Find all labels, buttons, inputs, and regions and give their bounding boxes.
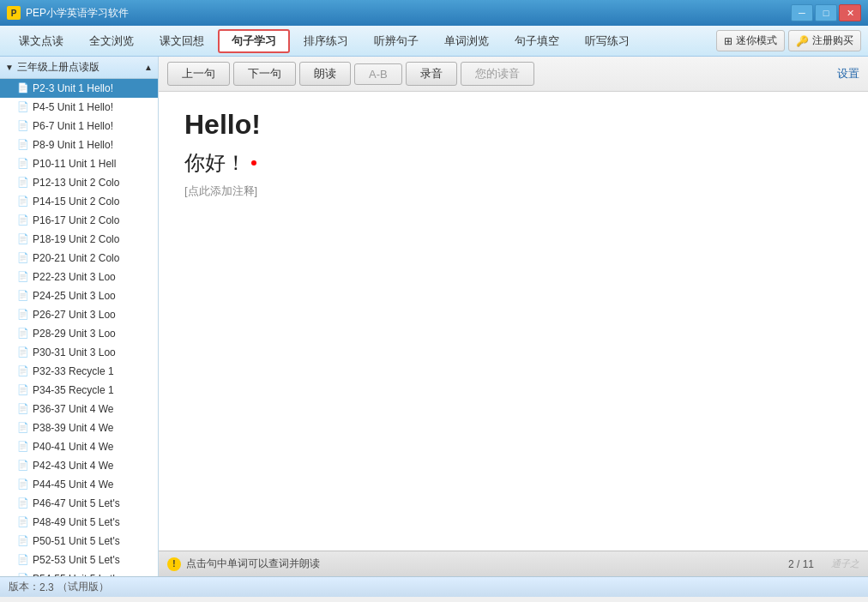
- sidebar-scroll-up[interactable]: ▲: [144, 63, 153, 72]
- sidebar-item-1[interactable]: 📄P4-5 Unit 1 Hello!: [0, 98, 158, 117]
- menu-lesson-click[interactable]: 课文点读: [7, 29, 75, 53]
- sidebar-item-label: P40-41 Unit 4 We: [33, 441, 114, 453]
- sidebar-item-24[interactable]: 📄P50-51 Unit 5 Let's: [0, 532, 158, 551]
- doc-icon: 📄: [17, 422, 29, 434]
- sidebar-item-11[interactable]: 📄P24-25 Unit 3 Loo: [0, 286, 158, 305]
- sidebar-item-0[interactable]: 📄P2-3 Unit 1 Hello!: [0, 79, 158, 98]
- sidebar-item-label: P16-17 Unit 2 Colo: [33, 214, 119, 226]
- version-label: 版本：: [9, 580, 39, 594]
- tip-icon: !: [167, 557, 181, 571]
- doc-icon: 📄: [17, 271, 29, 283]
- register-icon: 🔑: [796, 35, 809, 47]
- sidebar-tree: 📄P2-3 Unit 1 Hello!📄P4-5 Unit 1 Hello!📄P…: [0, 79, 158, 576]
- doc-icon: 📄: [17, 328, 29, 340]
- read-aloud-button[interactable]: 朗读: [299, 62, 351, 86]
- mini-mode-button[interactable]: ⊞ 迷你模式: [716, 30, 785, 51]
- sidebar-item-14[interactable]: 📄P30-31 Unit 3 Loo: [0, 343, 158, 362]
- menu-full-browse[interactable]: 全文浏览: [77, 29, 146, 53]
- doc-icon: 📄: [17, 535, 29, 547]
- prev-sentence-button[interactable]: 上一句: [167, 62, 230, 86]
- close-button[interactable]: ✕: [839, 4, 861, 21]
- reading-content: Hello! 你好！ [点此添加注释]: [159, 92, 868, 551]
- toolbar-right: 设置: [837, 66, 859, 81]
- sidebar-item-label: P34-35 Recycle 1: [33, 384, 114, 396]
- sidebar-item-25[interactable]: 📄P52-53 Unit 5 Let's: [0, 551, 158, 569]
- doc-icon: 📄: [17, 101, 29, 113]
- doc-icon: 📄: [17, 177, 29, 189]
- doc-icon: 📄: [17, 384, 29, 396]
- window-title: PEP小学英语学习软件: [26, 6, 129, 21]
- sidebar-item-8[interactable]: 📄P18-19 Unit 2 Colo: [0, 230, 158, 249]
- ab-button[interactable]: A-B: [354, 63, 402, 85]
- menu-listen-distinguish[interactable]: 听辨句子: [362, 29, 431, 53]
- main-layout: ▼ 三年级上册点读版 ▲ 📄P2-3 Unit 1 Hello!📄P4-5 Un…: [0, 57, 868, 576]
- doc-icon: 📄: [17, 196, 29, 208]
- settings-link[interactable]: 设置: [837, 66, 859, 81]
- sidebar-item-3[interactable]: 📄P8-9 Unit 1 Hello!: [0, 135, 158, 154]
- sidebar-item-label: P18-19 Unit 2 Colo: [33, 233, 119, 245]
- menu-word-browse[interactable]: 单词浏览: [432, 29, 501, 53]
- sidebar-item-label: P54-55 Unit 5 Let's: [33, 573, 120, 576]
- title-bar-controls[interactable]: ─ □ ✕: [791, 4, 861, 21]
- sidebar-item-4[interactable]: 📄P10-11 Unit 1 Hell: [0, 154, 158, 173]
- sidebar-item-19[interactable]: 📄P40-41 Unit 4 We: [0, 437, 158, 456]
- sidebar-item-17[interactable]: 📄P36-37 Unit 4 We: [0, 400, 158, 418]
- doc-icon: 📄: [17, 214, 29, 226]
- doc-icon: 📄: [17, 346, 29, 358]
- sidebar-item-26[interactable]: 📄P54-55 Unit 5 Let's: [0, 569, 158, 576]
- menu-bar-right: ⊞ 迷你模式 🔑 注册购买: [716, 30, 861, 51]
- next-sentence-button[interactable]: 下一句: [233, 62, 296, 86]
- menu-sentence-study[interactable]: 句子学习: [218, 29, 290, 53]
- sidebar-header: ▼ 三年级上册点读版 ▲: [0, 57, 158, 79]
- sidebar-item-label: P12-13 Unit 2 Colo: [33, 177, 119, 189]
- menu-fill-sentence[interactable]: 句子填空: [503, 29, 571, 53]
- title-bar: P PEP小学英语学习软件 ─ □ ✕: [0, 0, 868, 26]
- sidebar-item-label: P22-23 Unit 3 Loo: [33, 271, 116, 283]
- sidebar-item-label: P20-21 Unit 2 Colo: [33, 252, 119, 264]
- doc-icon: 📄: [17, 441, 29, 453]
- sidebar-item-label: P6-7 Unit 1 Hello!: [33, 120, 113, 132]
- status-page: 2 / 11: [788, 558, 814, 570]
- record-button[interactable]: 录音: [406, 62, 457, 86]
- sidebar-item-20[interactable]: 📄P42-43 Unit 4 We: [0, 456, 158, 475]
- doc-icon: 📄: [17, 120, 29, 132]
- minimize-button[interactable]: ─: [791, 4, 813, 21]
- sidebar-item-18[interactable]: 📄P38-39 Unit 4 We: [0, 418, 158, 437]
- sidebar-item-6[interactable]: 📄P14-15 Unit 2 Colo: [0, 192, 158, 211]
- sidebar-item-5[interactable]: 📄P12-13 Unit 2 Colo: [0, 173, 158, 192]
- annotation-placeholder[interactable]: [点此添加注释]: [184, 184, 842, 199]
- english-sentence[interactable]: Hello!: [184, 109, 842, 141]
- sidebar-item-12[interactable]: 📄P26-27 Unit 3 Loo: [0, 305, 158, 324]
- sidebar-item-label: P36-37 Unit 4 We: [33, 403, 114, 415]
- sidebar-item-9[interactable]: 📄P20-21 Unit 2 Colo: [0, 249, 158, 268]
- sidebar-item-label: P28-29 Unit 3 Loo: [33, 328, 116, 340]
- doc-icon: 📄: [17, 139, 29, 151]
- sidebar-item-15[interactable]: 📄P32-33 Recycle 1: [0, 362, 158, 381]
- sidebar-item-2[interactable]: 📄P6-7 Unit 1 Hello!: [0, 117, 158, 135]
- watermark: 通子之: [831, 557, 859, 570]
- maximize-button[interactable]: □: [815, 4, 837, 21]
- register-button[interactable]: 🔑 注册购买: [788, 30, 861, 51]
- version-number: 2.3: [39, 581, 54, 593]
- sidebar-item-label: P38-39 Unit 4 We: [33, 422, 114, 434]
- your-reading-button[interactable]: 您的读音: [461, 62, 534, 86]
- sidebar-item-21[interactable]: 📄P44-45 Unit 4 We: [0, 475, 158, 494]
- menu-dictation[interactable]: 听写练习: [573, 29, 642, 53]
- menu-order-practice[interactable]: 排序练习: [292, 29, 360, 53]
- sidebar-item-22[interactable]: 📄P46-47 Unit 5 Let's: [0, 494, 158, 513]
- content-area: 上一句 下一句 朗读 A-B 录音 您的读音 设置 Hello! 你好！ [点此…: [159, 57, 868, 576]
- sidebar-title: 三年级上册点读版: [17, 60, 99, 75]
- sidebar-item-23[interactable]: 📄P48-49 Unit 5 Let's: [0, 513, 158, 532]
- sidebar-item-label: P48-49 Unit 5 Let's: [33, 516, 120, 528]
- sidebar-item-13[interactable]: 📄P28-29 Unit 3 Loo: [0, 324, 158, 343]
- sidebar-item-10[interactable]: 📄P22-23 Unit 3 Loo: [0, 268, 158, 286]
- sidebar-item-16[interactable]: 📄P34-35 Recycle 1: [0, 381, 158, 400]
- menu-lesson-recall[interactable]: 课文回想: [148, 29, 216, 53]
- doc-icon: 📄: [17, 158, 29, 170]
- menu-bar: 课文点读 全文浏览 课文回想 句子学习 排序练习 听辨句子 单词浏览 句子填空 …: [0, 26, 868, 57]
- page-current: 2: [788, 558, 794, 570]
- page-separator: /: [797, 558, 799, 570]
- collapse-icon[interactable]: ▼: [5, 63, 14, 72]
- sidebar-item-7[interactable]: 📄P16-17 Unit 2 Colo: [0, 211, 158, 230]
- sidebar-item-label: P32-33 Recycle 1: [33, 365, 114, 377]
